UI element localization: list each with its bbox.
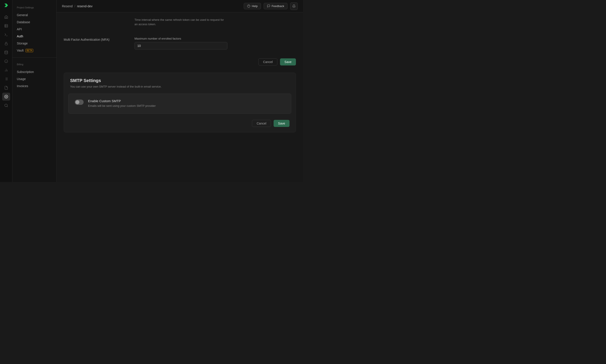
refresh-token-section: Time interval where the same refresh tok… (57, 12, 303, 32)
mfa-action-row: Cancel Save (57, 55, 303, 69)
header-actions: Help Feedback (244, 2, 298, 10)
sidebar-item-storage[interactable]: Storage (13, 40, 56, 47)
smtp-action-row: Cancel Save (64, 116, 296, 132)
help-button[interactable]: Help (244, 3, 261, 9)
smtp-toggle-info: Enable Custom SMTP Emails will be sent u… (88, 99, 156, 108)
general-label: General (17, 13, 28, 17)
svg-line-20 (7, 106, 8, 107)
smtp-save-button[interactable]: Save (274, 120, 289, 127)
page-content: Time interval where the same refresh tok… (57, 12, 303, 182)
mfa-section: Multi Factor Authentication (MFA) Maximu… (57, 32, 303, 55)
smtp-card: SMTP Settings You can use your own SMTP … (64, 73, 296, 132)
mfa-label: Multi Factor Authentication (MFA) (64, 37, 126, 41)
refresh-token-desc: Time interval where the same refresh tok… (134, 18, 227, 26)
sidebar-reports-icon[interactable] (2, 66, 10, 74)
sidebar-logs-icon[interactable] (2, 75, 10, 83)
breadcrumb-current: resend-dev (77, 4, 92, 8)
toggle-track (75, 100, 84, 105)
auth-label: Auth (17, 35, 23, 38)
smtp-toggle[interactable] (75, 100, 84, 105)
help-icon (247, 4, 250, 8)
notification-button[interactable] (290, 2, 298, 10)
main-content: Resend / resend-dev Help (57, 0, 303, 182)
sidebar-home-icon[interactable] (2, 13, 10, 21)
feedback-label: Feedback (271, 4, 284, 8)
sidebar-item-auth[interactable]: Auth (13, 33, 56, 40)
sidebar-storage-icon[interactable] (2, 48, 10, 56)
feedback-button[interactable]: Feedback (264, 3, 287, 9)
sidebar-functions-icon[interactable] (2, 57, 10, 65)
sidebar-docs-icon[interactable] (2, 84, 10, 92)
icon-sidebar (0, 0, 13, 182)
svg-point-21 (247, 5, 250, 8)
svg-point-7 (5, 51, 8, 52)
sidebar-item-invoices[interactable]: Invoices (13, 82, 56, 90)
sidebar-item-database[interactable]: Database (13, 19, 56, 26)
usage-label: Usage (17, 77, 26, 81)
toggle-label: Enable Custom SMTP (88, 99, 156, 103)
mfa-field-label: Maximum number of enrolled factors (134, 37, 227, 40)
smtp-inner: Enable Custom SMTP Emails will be sent u… (68, 93, 291, 114)
mfa-save-button[interactable]: Save (280, 58, 296, 65)
mfa-input[interactable] (134, 42, 227, 50)
sidebar-settings-icon[interactable] (2, 93, 10, 101)
breadcrumb-separator: / (74, 4, 75, 8)
sidebar-auth-icon[interactable] (2, 39, 10, 48)
sidebar-search-icon[interactable] (2, 102, 10, 109)
api-label: API (17, 27, 22, 31)
sidebar-item-api[interactable]: API (13, 26, 56, 33)
smtp-desc: You can use your own SMTP server instead… (70, 85, 289, 88)
svg-point-8 (5, 60, 8, 63)
sidebar-table-icon[interactable] (2, 22, 10, 30)
smtp-cancel-button[interactable]: Cancel (252, 120, 271, 127)
sidebar-terminal-icon[interactable] (2, 31, 10, 39)
svg-rect-1 (5, 24, 8, 27)
sidebar-item-usage[interactable]: Usage (13, 75, 56, 82)
invoices-label: Invoices (17, 84, 28, 88)
svg-point-19 (5, 104, 7, 107)
nav-divider (13, 57, 56, 58)
sidebar-item-vault[interactable]: Vault BETA (13, 47, 56, 54)
svg-marker-0 (4, 3, 8, 7)
breadcrumb: Resend / resend-dev (62, 4, 92, 8)
breadcrumb-root[interactable]: Resend (62, 4, 73, 8)
feedback-icon (267, 4, 270, 8)
app-header: Resend / resend-dev Help (57, 0, 303, 12)
mfa-right: Maximum number of enrolled factors (134, 37, 227, 50)
vault-label: Vault (17, 49, 24, 52)
bell-icon (292, 4, 296, 8)
toggle-desc: Emails will be sent using your custom SM… (88, 104, 156, 108)
nav-sidebar: Project Settings General Database API Au… (13, 0, 57, 182)
subscription-label: Subscription (17, 70, 34, 74)
sidebar-item-subscription[interactable]: Subscription (13, 68, 56, 75)
project-settings-title: Project Settings (13, 4, 56, 11)
svg-point-18 (6, 96, 7, 97)
vault-beta-badge: BETA (26, 49, 33, 52)
svg-rect-6 (5, 43, 7, 45)
mfa-cancel-button[interactable]: Cancel (258, 58, 277, 65)
help-label: Help (252, 4, 258, 8)
smtp-toggle-row: Enable Custom SMTP Emails will be sent u… (75, 99, 285, 108)
storage-label: Storage (17, 41, 28, 45)
smtp-title: SMTP Settings (70, 78, 289, 83)
sidebar-item-general[interactable]: General (13, 12, 56, 19)
brand-logo[interactable] (3, 3, 9, 9)
toggle-thumb (76, 100, 79, 104)
database-label: Database (17, 20, 30, 24)
smtp-header: SMTP Settings You can use your own SMTP … (64, 73, 296, 92)
billing-title: Billing (13, 61, 56, 67)
